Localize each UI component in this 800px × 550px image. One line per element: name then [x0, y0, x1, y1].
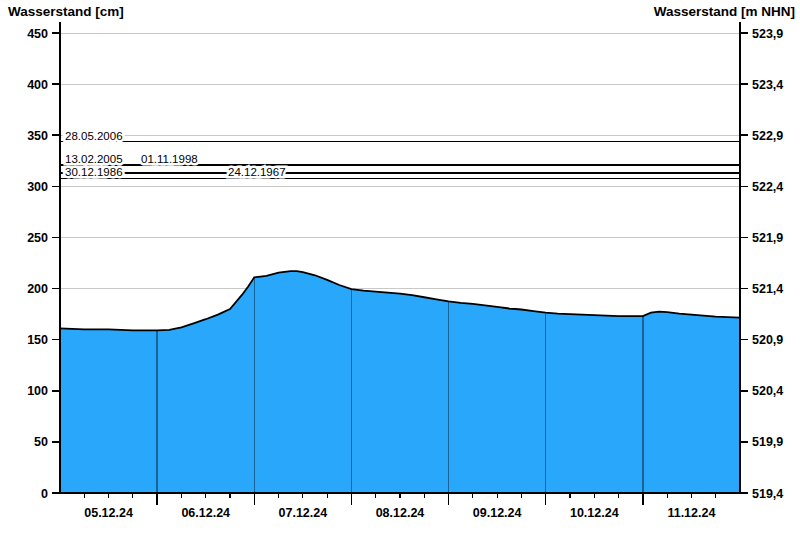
reference-line-label: 30.12.1986	[65, 166, 123, 178]
y-right-tick-label: 522,4	[752, 180, 783, 194]
x-tick-label: 11.12.24	[667, 506, 715, 520]
x-tick-label: 08.12.24	[376, 506, 425, 520]
plot-area: 28.05.200613.02.200501.11.199830.12.1986…	[0, 0, 800, 550]
y-left-tick-label: 350	[27, 129, 48, 143]
y-right-tick-label: 520,4	[752, 384, 783, 398]
water-level-chart: Wasserstand [cm] Wasserstand [m NHN] 28.…	[0, 0, 800, 550]
x-tick-label: 06.12.24	[181, 506, 230, 520]
y-right-tick-label: 522,9	[752, 129, 783, 143]
reference-line-label: 13.02.2005	[65, 153, 123, 165]
x-tick-label: 09.12.24	[473, 506, 522, 520]
x-tick-label: 05.12.24	[84, 506, 133, 520]
y-left-tick-label: 450	[27, 27, 48, 41]
y-left-tick-label: 250	[27, 231, 48, 245]
y-left-tick-label: 50	[34, 435, 48, 449]
x-tick-label: 10.12.24	[570, 506, 619, 520]
reference-line-label: 01.11.1998	[141, 153, 198, 165]
area-series	[60, 271, 740, 493]
x-tick-label: 07.12.24	[279, 506, 328, 520]
y-left-tick-label: 300	[27, 180, 48, 194]
y-right-tick-label: 521,9	[752, 231, 783, 245]
y-left-tick-label: 200	[27, 282, 48, 296]
y-right-tick-label: 521,4	[752, 282, 783, 296]
y-right-tick-label: 520,9	[752, 333, 783, 347]
reference-line-label: 28.05.2006	[65, 130, 123, 142]
reference-line-label: 24.12.1967	[228, 166, 286, 178]
y-left-tick-label: 150	[27, 333, 48, 347]
y-right-tick-label: 523,9	[752, 27, 783, 41]
y-left-tick-label: 0	[41, 487, 48, 501]
y-left-tick-label: 100	[27, 384, 48, 398]
y-right-tick-label: 519,9	[752, 435, 783, 449]
y-left-tick-label: 400	[27, 78, 48, 92]
y-right-tick-label: 519,4	[752, 487, 783, 501]
y-right-tick-label: 523,4	[752, 78, 783, 92]
